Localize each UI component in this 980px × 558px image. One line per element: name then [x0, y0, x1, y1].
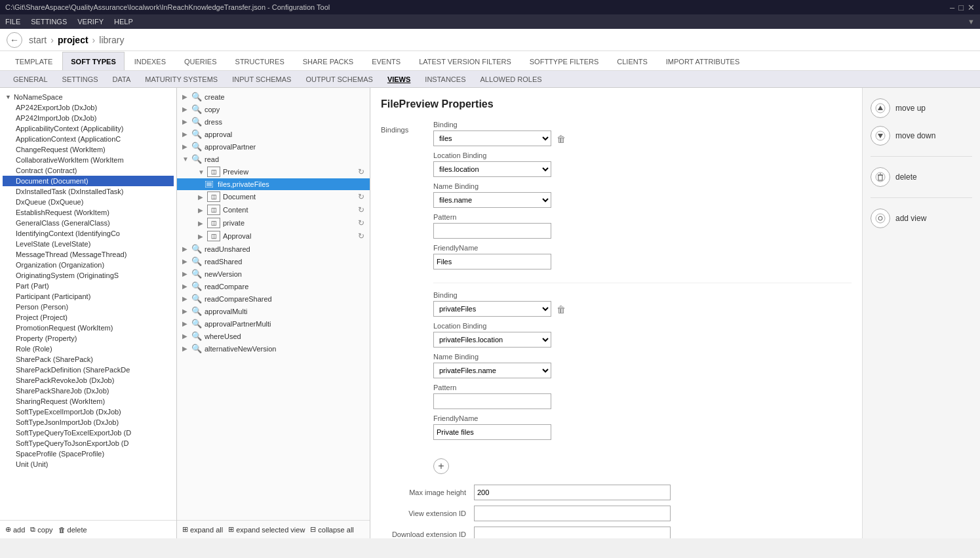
collapse-all-button[interactable]: ⊟ collapse all [310, 525, 353, 534]
type-item-11[interactable]: GeneralClass (GeneralClass) [3, 218, 174, 228]
binding-1-friendly-name-input[interactable] [433, 254, 551, 269]
type-item-21[interactable]: PromotionRequest (WorkItem) [3, 323, 174, 333]
type-item-18[interactable]: Participant (Participant) [3, 291, 174, 302]
type-item-4[interactable]: ChangeRequest (WorkItem) [3, 144, 174, 155]
add-type-button[interactable]: ⊕ add [5, 525, 25, 534]
type-item-9[interactable]: DxQueue (DxQueue) [3, 197, 174, 207]
binding-1-pattern-input[interactable] [433, 223, 551, 239]
action-read-compare[interactable]: ▶ 🔍 readCompare [177, 280, 370, 292]
type-item-27[interactable]: SharePackShareJob (DxJob) [3, 386, 174, 396]
subtab-general[interactable]: GENERAL [7, 74, 54, 85]
type-item-31[interactable]: SoftTypeQueryToExcelExportJob (D [3, 428, 174, 438]
refresh-document-icon[interactable]: ↻ [358, 192, 364, 201]
delete-binding-1-button[interactable]: 🗑 [557, 134, 566, 144]
type-item-3[interactable]: ApplicationContext (ApplicationC [3, 134, 174, 144]
add-view-button[interactable]: add view [871, 209, 972, 228]
action-approval-sub[interactable]: ▶ ◫ Approval ↻ [177, 229, 370, 243]
type-item-17[interactable]: Part (Part) [3, 281, 174, 291]
minimize-btn[interactable]: – [950, 3, 954, 12]
binding-2-pattern-input[interactable] [433, 393, 551, 409]
type-item-23[interactable]: Role (Role) [3, 344, 174, 354]
expand-all-button[interactable]: ⊞ expand all [182, 525, 223, 534]
back-button[interactable]: ← [7, 32, 22, 48]
delete-binding-2-button[interactable]: 🗑 [557, 304, 566, 315]
type-item-13[interactable]: LevelState (LevelState) [3, 239, 174, 249]
type-item-24[interactable]: SharePack (SharePack) [3, 354, 174, 365]
type-item-16[interactable]: OriginatingSystem (OriginatingS [3, 270, 174, 281]
type-item-10[interactable]: EstablishRequest (WorkItem) [3, 207, 174, 218]
subtab-views[interactable]: VIEWS [381, 74, 417, 85]
tab-softtype-filters[interactable]: SOFTTYPE FILTERS [521, 52, 608, 70]
type-item-1[interactable]: AP242ImportJob (DxJob) [3, 113, 174, 123]
type-item-29[interactable]: SoftTypeExcelImportJob (DxJob) [3, 407, 174, 417]
expand-selected-view-button[interactable]: ⊞ expand selected view [228, 525, 305, 534]
binding-1-name-select[interactable]: files.name [433, 192, 551, 208]
subtab-allowed-roles[interactable]: ALLOWED ROLES [473, 74, 548, 85]
view-extension-id-input[interactable] [474, 506, 671, 521]
subtab-maturity-systems[interactable]: MATURITY SYSTEMS [138, 74, 224, 85]
type-item-33[interactable]: SpaceProfile (SpaceProfile) [3, 448, 174, 459]
type-item-8[interactable]: DxInstalledTask (DxInstalledTask) [3, 186, 174, 197]
nav-project[interactable]: project [58, 35, 88, 45]
refresh-approval-sub-icon[interactable]: ↻ [358, 231, 364, 241]
action-files-private-files[interactable]: files,privateFiles [177, 178, 370, 190]
binding-2-location-select[interactable]: privateFiles.location [433, 332, 551, 348]
refresh-private-icon[interactable]: ↻ [358, 218, 364, 228]
binding-2-friendly-name-input[interactable] [433, 424, 551, 440]
tab-indexes[interactable]: INDEXES [126, 52, 174, 70]
action-preview[interactable]: ▼ ◫ Preview ↻ [177, 165, 370, 178]
move-down-button[interactable]: move down [871, 126, 972, 146]
action-content[interactable]: ▶ ◫ Content ↻ [177, 203, 370, 216]
type-item-15[interactable]: Organization (Organization) [3, 260, 174, 270]
action-private[interactable]: ▶ ◫ private ↻ [177, 216, 370, 229]
action-approval-multi[interactable]: ▶ 🔍 approvalMulti [177, 305, 370, 317]
action-read-unshared[interactable]: ▶ 🔍 readUnshared [177, 243, 370, 255]
type-item-32[interactable]: SoftTypeQueryToJsonExportJob (D [3, 438, 174, 448]
subtab-data[interactable]: DATA [106, 74, 138, 85]
type-item-26[interactable]: SharePackRevokeJob (DxJob) [3, 375, 174, 386]
tab-soft-types[interactable]: SOFT TYPES [62, 52, 124, 70]
tab-structures[interactable]: STRUCTURES [227, 52, 293, 70]
type-item-2[interactable]: ApplicabilityContext (Applicability) [3, 123, 174, 134]
type-item-0[interactable]: AP242ExportJob (DxJob) [3, 102, 174, 113]
subtab-instances[interactable]: INSTANCES [418, 74, 472, 85]
tab-clients[interactable]: CLIENTS [608, 52, 656, 70]
nav-library[interactable]: library [99, 35, 124, 45]
tab-queries[interactable]: QUERIES [176, 52, 225, 70]
menu-file[interactable]: FILE [5, 18, 20, 26]
copy-type-button[interactable]: ⧉ copy [30, 525, 52, 534]
menu-help[interactable]: HELP [114, 18, 133, 26]
download-extension-id-input[interactable] [474, 527, 671, 538]
subtab-input-schemas[interactable]: INPUT SCHEMAS [225, 74, 298, 85]
action-new-version[interactable]: ▶ 🔍 newVersion [177, 268, 370, 280]
type-item-6[interactable]: Contract (Contract) [3, 165, 174, 176]
tab-share-packs[interactable]: SHARE PACKS [294, 52, 362, 70]
tab-import-attributes[interactable]: IMPORT ATTRIBUTES [657, 52, 748, 70]
action-approval-partner-multi[interactable]: ▶ 🔍 approvalPartnerMulti [177, 317, 370, 330]
window-controls[interactable]: – □ ✕ [950, 3, 975, 12]
type-item-28[interactable]: SharingRequest (WorkItem) [3, 396, 174, 407]
move-up-button[interactable]: move up [871, 98, 972, 118]
action-approval[interactable]: ▶ 🔍 approval [177, 128, 370, 140]
type-item-20[interactable]: Project (Project) [3, 312, 174, 323]
binding-2-name-select[interactable]: privateFiles.name [433, 363, 551, 378]
maximize-btn[interactable]: □ [958, 3, 964, 12]
tab-events[interactable]: EVENTS [363, 52, 409, 70]
refresh-content-icon[interactable]: ↻ [358, 205, 364, 214]
refresh-preview-icon[interactable]: ↻ [358, 167, 364, 176]
type-item-19[interactable]: Person (Person) [3, 302, 174, 312]
delete-type-button[interactable]: 🗑 delete [58, 526, 87, 534]
type-item-34[interactable]: Unit (Unit) [3, 459, 174, 469]
subtab-settings[interactable]: SETTINGS [56, 74, 105, 85]
action-where-used[interactable]: ▶ 🔍 whereUsed [177, 330, 370, 342]
action-read-shared[interactable]: ▶ 🔍 readShared [177, 255, 370, 268]
close-btn[interactable]: ✕ [968, 3, 975, 12]
action-copy[interactable]: ▶ 🔍 copy [177, 103, 370, 115]
binding-2-binding-select[interactable]: privateFiles [433, 301, 551, 317]
delete-button[interactable]: delete [871, 167, 972, 187]
action-read-compare-shared[interactable]: ▶ 🔍 readCompareShared [177, 292, 370, 305]
type-item-30[interactable]: SoftTypeJsonImportJob (DxJob) [3, 417, 174, 428]
type-item-22[interactable]: Property (Property) [3, 333, 174, 344]
tab-template[interactable]: TEMPLATE [7, 52, 61, 70]
action-create[interactable]: ▶ 🔍 create [177, 90, 370, 103]
